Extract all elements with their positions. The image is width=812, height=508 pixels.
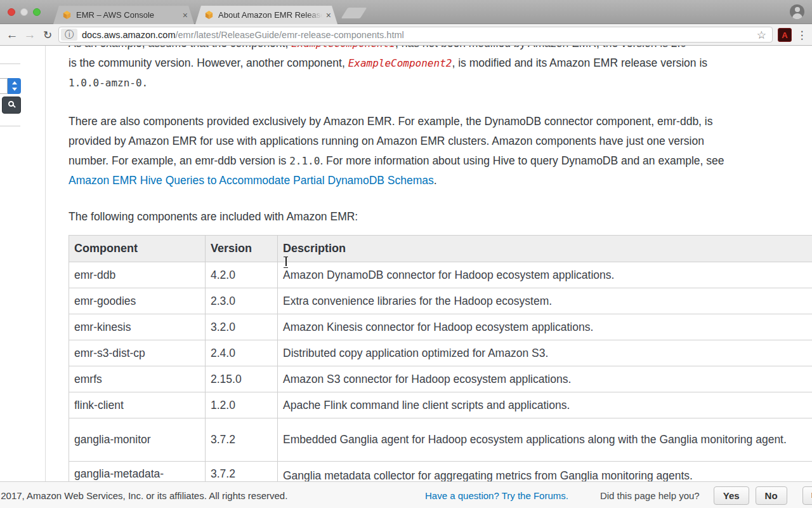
description-cell: Embedded Ganglia agent for Hadoop ecosys…	[278, 418, 812, 462]
chevron-up-icon	[12, 81, 17, 84]
forward-icon[interactable]: →	[22, 24, 38, 46]
page-content: As an example, assume that the component…	[0, 46, 812, 481]
browser-window: EMR – AWS Console × About Amazon EMR Rel…	[0, 0, 812, 508]
code-version: 1.0.0-amzn-0.	[69, 77, 148, 89]
paragraph-example: As an example, assume that the component…	[69, 46, 812, 93]
tab-close-icon[interactable]: ×	[326, 11, 331, 20]
url-host: docs.aws.amazon.com	[82, 30, 175, 40]
version-cell: 3.7.2	[206, 418, 278, 462]
docs-sidebar-fragment	[0, 46, 46, 481]
paragraph-table-intro: The following components are included wi…	[69, 207, 812, 227]
description-cell: Amazon DynamoDB connector for Hadoop eco…	[278, 262, 812, 288]
description-cell: Apache Flink command line client scripts…	[278, 392, 812, 418]
chrome-menu-icon[interactable]: ⋮	[796, 28, 808, 42]
description-cell: Distributed copy application optimized f…	[278, 340, 812, 366]
description-cell: Amazon S3 connector for Hadoop ecosystem…	[278, 366, 812, 392]
tab-title: About Amazon EMR Releases –	[218, 10, 322, 20]
text-line: number. For example, an emr-ddb version …	[69, 151, 812, 171]
aws-favicon	[204, 10, 214, 20]
bookmark-star-icon[interactable]: ☆	[757, 29, 766, 42]
version-cell: 2.3.0	[206, 288, 278, 314]
code-replaceable: ExampleComponent2	[348, 57, 452, 69]
aws-favicon	[62, 10, 72, 20]
feedback-yes-button[interactable]: Yes	[714, 486, 749, 505]
chevron-down-icon	[12, 88, 17, 91]
tab-emr-aws-console[interactable]: EMR – AWS Console ×	[53, 6, 194, 24]
address-bar[interactable]: ⓘ docs.aws.amazon.com/emr/latest/Release…	[58, 27, 773, 43]
version-cell: 2.4.0	[206, 340, 278, 366]
table-row: ganglia-monitor 3.7.2 Embedded Ganglia a…	[69, 418, 812, 462]
version-cell: 3.7.2	[206, 462, 278, 482]
copyright-text: © 2017, Amazon Web Services, Inc. or its…	[0, 482, 287, 508]
description-cell: Ganglia metadata collector for aggregati…	[278, 462, 812, 482]
version-cell: 1.2.0	[206, 392, 278, 418]
page-info-icon[interactable]: ⓘ	[61, 29, 77, 41]
table-row: ganglia-metadata-collector 3.7.2 Ganglia…	[69, 462, 812, 482]
help-prompt: Did this page help you?	[600, 490, 700, 501]
url-text: docs.aws.amazon.com/emr/latest/ReleaseGu…	[82, 30, 404, 40]
component-cell: emr-ddb	[69, 262, 206, 288]
version-cell: 2.15.0	[206, 366, 278, 392]
hive-queries-link[interactable]: Amazon EMR Hive Queries to Accommodate P…	[69, 174, 434, 187]
component-cell: ganglia-metadata-collector	[69, 462, 206, 482]
version-select-fragment[interactable]	[0, 78, 8, 94]
component-cell: ganglia-monitor	[69, 418, 206, 462]
url-path: /emr/latest/ReleaseGuide/emr-release-com…	[175, 30, 403, 40]
component-cell: emrfs	[69, 366, 206, 392]
adobe-acrobat-extension-icon[interactable]: A	[778, 28, 792, 42]
component-cell: emr-s3-dist-cp	[69, 340, 206, 366]
window-close-button[interactable]	[8, 8, 15, 16]
doc-body: As an example, assume that the component…	[46, 46, 812, 481]
table-row: emr-s3-dist-cp 2.4.0 Distributed copy ap…	[69, 340, 812, 366]
paragraph-emr-components: There are also components provided exclu…	[69, 112, 812, 190]
column-header-version: Version	[206, 236, 278, 262]
component-cell: emr-kinesis	[69, 314, 206, 340]
reload-icon[interactable]: ↻	[39, 24, 56, 46]
column-header-description: Description	[278, 236, 812, 262]
table-row: flink-client 1.2.0 Apache Flink command …	[69, 392, 812, 418]
text-line: Amazon EMR Hive Queries to Accommodate P…	[69, 171, 812, 190]
description-cell: Amazon Kinesis connector for Hadoop ecos…	[278, 314, 812, 340]
version-cell: 3.2.0	[206, 314, 278, 340]
table-row: emr-ddb 4.2.0 Amazon DynamoDB connector …	[69, 262, 812, 288]
code-version: 2.1.0	[289, 155, 320, 167]
text-line: is the community version. However, anoth…	[69, 53, 812, 73]
table-row: emr-kinesis 3.2.0 Amazon Kinesis connect…	[69, 314, 812, 340]
forums-link[interactable]: Have a question? Try the Forums.	[425, 490, 568, 501]
component-cell: flink-client	[69, 392, 206, 418]
tab-strip: EMR – AWS Console × About Amazon EMR Rel…	[0, 0, 812, 24]
text-line: 1.0.0-amzn-0.	[69, 73, 812, 93]
text-line: There are also components provided exclu…	[69, 112, 812, 131]
sidebar-search-button[interactable]	[2, 97, 21, 114]
tab-title: EMR – AWS Console	[76, 10, 179, 20]
table-row: emrfs 2.15.0 Amazon S3 connector for Had…	[69, 366, 812, 392]
sidebar-divider	[0, 126, 20, 126]
sidebar-divider	[0, 64, 20, 64]
code-replaceable: ExampleComponent1	[291, 46, 395, 50]
new-tab-button[interactable]	[341, 8, 367, 18]
tab-about-emr-releases[interactable]: About Amazon EMR Releases – ×	[195, 6, 337, 24]
profile-avatar-icon[interactable]	[790, 4, 804, 19]
feedback-controls: Have a question? Try the Forums. Did thi…	[425, 482, 812, 508]
feedback-no-button[interactable]: No	[756, 486, 787, 505]
component-cell: emr-goodies	[69, 288, 206, 314]
version-select-toggle[interactable]	[8, 78, 21, 94]
browser-toolbar: ← → ↻ ⓘ docs.aws.amazon.com/emr/latest/R…	[0, 24, 812, 46]
version-cell: 4.2.0	[206, 262, 278, 288]
table-header-row: Component Version Description	[69, 236, 812, 262]
components-table: Component Version Description emr-ddb 4.…	[69, 235, 812, 481]
description-cell: Extra convenience libraries for the Hado…	[278, 288, 812, 314]
back-icon[interactable]: ←	[4, 24, 20, 46]
feedback-email-button[interactable]: ✉	[802, 486, 812, 505]
text-cursor	[283, 256, 289, 267]
column-header-component: Component	[69, 236, 206, 262]
text-line: provided by Amazon EMR for use with appl…	[69, 131, 812, 151]
text-line: As an example, assume that the component…	[69, 46, 812, 53]
tab-close-icon[interactable]: ×	[183, 11, 188, 20]
table-row: emr-goodies 2.3.0 Extra convenience libr…	[69, 288, 812, 314]
feedback-footer: © 2017, Amazon Web Services, Inc. or its…	[0, 481, 812, 508]
window-minimize-button[interactable]	[20, 8, 28, 16]
search-icon	[8, 101, 14, 107]
window-zoom-button[interactable]	[33, 8, 41, 16]
